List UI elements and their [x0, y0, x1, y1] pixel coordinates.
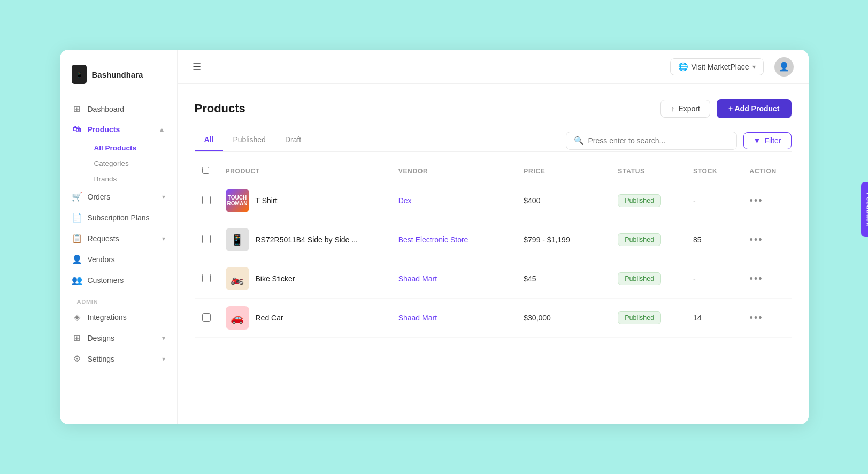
- sidebar-item-customers[interactable]: 👥 Customers: [65, 270, 172, 290]
- sidebar-item-integrations[interactable]: ◈ Integrations: [65, 307, 172, 327]
- filter-icon: ▼: [754, 136, 761, 145]
- sidebar-item-label: Customers: [88, 276, 124, 285]
- product-tabs: All Published Draft 🔍 ▼ Filter: [195, 130, 792, 152]
- product-cell: 📱 RS72R5011B4 Side by Side ...: [218, 220, 391, 259]
- vendor-cell: Dex: [391, 181, 517, 220]
- vendor-link[interactable]: Dex: [398, 196, 412, 205]
- search-icon: 🔍: [574, 136, 584, 146]
- orders-icon: 🛒: [72, 192, 82, 202]
- search-input[interactable]: [588, 136, 729, 145]
- page-header: Products ↑ Export + Add Product: [195, 99, 792, 118]
- sidebar-item-label: Products: [88, 125, 120, 134]
- product-cell: TOUCHROMAN T Shirt: [218, 181, 391, 220]
- row-checkbox[interactable]: [202, 313, 211, 322]
- sidebar-item-all-products[interactable]: All Products: [88, 140, 172, 156]
- export-icon: ↑: [671, 104, 674, 113]
- page-actions: ↑ Export + Add Product: [660, 99, 791, 118]
- price-cell: $799 - $1,199: [516, 220, 610, 259]
- globe-icon: 🌐: [678, 62, 688, 72]
- sidebar: 📱 Bashundhara ⊞ Dashboard 🛍 Products ▲ A…: [60, 50, 178, 424]
- chevron-up-icon: ▲: [159, 126, 165, 133]
- product-name: T Shirt: [256, 196, 278, 205]
- sidebar-item-label: Orders: [88, 193, 111, 201]
- status-cell: Published: [610, 299, 686, 338]
- row-checkbox[interactable]: [202, 235, 211, 243]
- chevron-down-icon: ▾: [162, 235, 165, 242]
- marketplace-label: Visit MarketPlace: [692, 63, 749, 71]
- sidebar-item-orders[interactable]: 🛒 Orders ▾: [65, 187, 172, 207]
- admin-section-label: ADMIN: [65, 291, 172, 307]
- row-checkbox-cell: [195, 259, 218, 299]
- product-image: 📱: [226, 228, 249, 251]
- status-badge: Published: [618, 233, 661, 246]
- brand-logo: 📱 Bashundhara: [60, 65, 177, 99]
- sidebar-item-brands[interactable]: Brands: [88, 171, 172, 187]
- product-cell: 🚗 Red Car: [218, 299, 391, 338]
- vendor-link[interactable]: Shaad Mart: [398, 314, 437, 322]
- sidebar-item-categories[interactable]: Categories: [88, 156, 172, 171]
- row-checkbox-cell: [195, 181, 218, 220]
- product-name: RS72R5011B4 Side by Side ...: [256, 235, 358, 244]
- stock-cell: 14: [686, 299, 742, 338]
- action-menu-button[interactable]: •••: [750, 312, 784, 324]
- table-row: TOUCHROMAN T Shirt Dex $400 Published - …: [195, 181, 792, 220]
- sidebar-item-subscription[interactable]: 📄 Subscription Plans: [65, 208, 172, 227]
- row-checkbox-cell: [195, 299, 218, 338]
- col-action-header: ACTION: [742, 162, 792, 181]
- sidebar-item-products[interactable]: 🛍 Products ▲: [65, 120, 172, 139]
- action-menu-button[interactable]: •••: [750, 234, 784, 246]
- product-name: Red Car: [256, 314, 283, 322]
- action-menu-button[interactable]: •••: [750, 273, 784, 285]
- chevron-down-icon: ▾: [752, 63, 756, 71]
- search-box[interactable]: 🔍: [566, 132, 737, 150]
- sidebar-item-label: Integrations: [88, 313, 127, 322]
- status-cell: Published: [610, 220, 686, 259]
- stock-cell: 85: [686, 220, 742, 259]
- sidebar-item-label: Requests: [88, 234, 119, 243]
- sidebar-item-label: Settings: [88, 355, 115, 363]
- vendor-link[interactable]: Best Electronic Store: [398, 235, 468, 244]
- action-cell: •••: [742, 259, 792, 299]
- product-image: TOUCHROMAN: [226, 189, 249, 212]
- export-button[interactable]: ↑ Export: [660, 100, 710, 118]
- page-title: Products: [195, 102, 245, 116]
- action-menu-button[interactable]: •••: [750, 195, 784, 207]
- action-cell: •••: [742, 299, 792, 338]
- sidebar-item-vendors[interactable]: 👤 Vendors: [65, 249, 172, 269]
- integrations-icon: ◈: [72, 312, 82, 322]
- status-cell: Published: [610, 259, 686, 299]
- brand-icon: 📱: [72, 65, 87, 84]
- tab-draft[interactable]: Draft: [275, 130, 311, 151]
- feedback-button[interactable]: Feedback: [861, 182, 869, 237]
- sidebar-item-requests[interactable]: 📋 Requests ▾: [65, 228, 172, 248]
- table-row: 🚗 Red Car Shaad Mart $30,000 Published 1…: [195, 299, 792, 338]
- add-product-button[interactable]: + Add Product: [717, 99, 792, 118]
- subscription-icon: 📄: [72, 212, 82, 223]
- product-name: Bike Sticker: [256, 274, 295, 283]
- stock-cell: -: [686, 259, 742, 299]
- row-checkbox[interactable]: [202, 196, 211, 204]
- requests-icon: 📋: [72, 233, 82, 243]
- user-avatar[interactable]: 👤: [774, 57, 794, 77]
- row-checkbox[interactable]: [202, 274, 211, 282]
- select-all-checkbox[interactable]: [202, 167, 209, 174]
- visit-marketplace-button[interactable]: 🌐 Visit MarketPlace ▾: [670, 58, 764, 75]
- sidebar-item-settings[interactable]: ⚙ Settings ▾: [65, 349, 172, 369]
- topbar: ☰ 🌐 Visit MarketPlace ▾ 👤: [178, 50, 809, 84]
- filter-button[interactable]: ▼ Filter: [743, 132, 792, 149]
- sidebar-nav: ⊞ Dashboard 🛍 Products ▲ All Products Ca…: [60, 99, 177, 414]
- tab-all[interactable]: All: [195, 130, 224, 151]
- products-icon: 🛍: [72, 125, 82, 134]
- sidebar-item-label: Dashboard: [88, 105, 125, 113]
- menu-icon[interactable]: ☰: [193, 61, 201, 73]
- row-checkbox-cell: [195, 220, 218, 259]
- tab-published[interactable]: Published: [223, 130, 275, 151]
- dashboard-icon: ⊞: [72, 104, 82, 114]
- settings-icon: ⚙: [72, 354, 82, 364]
- sidebar-item-designs[interactable]: ⊞ Designs ▾: [65, 328, 172, 348]
- price-cell: $400: [516, 181, 610, 220]
- sidebar-item-dashboard[interactable]: ⊞ Dashboard: [65, 99, 172, 119]
- action-cell: •••: [742, 220, 792, 259]
- customers-icon: 👥: [72, 275, 82, 285]
- vendor-link[interactable]: Shaad Mart: [398, 274, 437, 283]
